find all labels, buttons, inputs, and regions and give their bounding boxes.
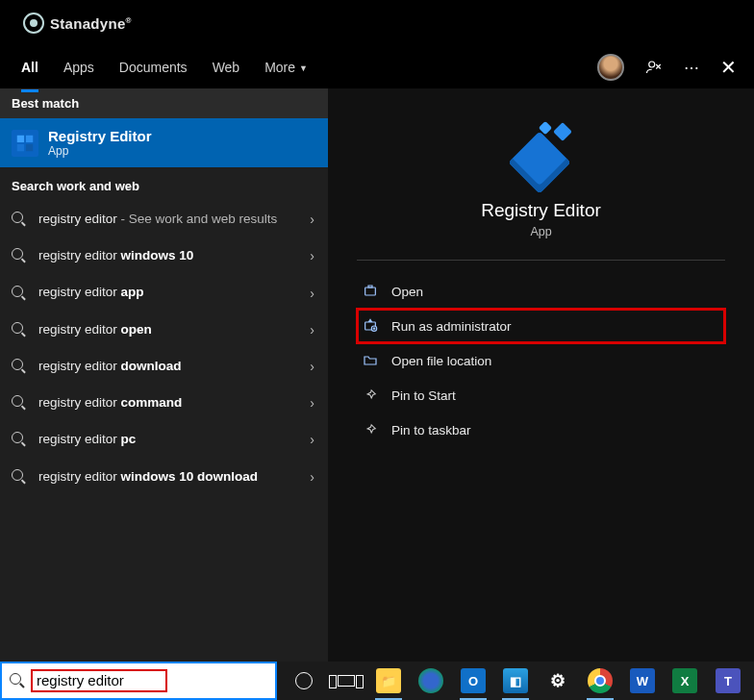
search-scope-tabs: All Apps Documents Web More▼ ⋯ ✕ [0,46,754,88]
taskbar-edge[interactable] [412,662,450,700]
brand-name: Stanadyne® [50,15,132,32]
web-suggestion[interactable]: registry editor command › [0,385,328,421]
folder-icon [363,353,378,368]
preview-subtitle: App [328,225,754,238]
more-options-icon[interactable]: ⋯ [684,59,699,77]
action-label: Pin to Start [391,388,456,403]
chevron-right-icon: › [310,469,314,485]
preview-separator [357,260,725,261]
preview-title: Registry Editor [328,200,754,221]
svg-rect-1 [17,135,24,141]
chevron-down-icon: ▼ [299,63,308,73]
suggestion-text: registry editor download [38,358,209,375]
tab-documents[interactable]: Documents [119,54,188,81]
svg-rect-3 [17,143,24,150]
search-box[interactable] [0,662,277,700]
svg-point-0 [649,62,655,67]
title-bar: Stanadyne® [0,0,754,46]
web-suggestion[interactable]: registry editor windows 10 › [0,238,328,274]
admin-icon [363,318,378,334]
action-open[interactable]: Open [357,274,725,309]
chevron-right-icon: › [310,248,314,263]
feedback-icon[interactable] [645,59,663,76]
results-left-panel: Best match Registry Editor App Search wo… [0,88,328,662]
svg-rect-5 [365,288,376,295]
search-icon [12,469,27,485]
web-suggestion[interactable]: registry editor - See work and web resul… [0,201,328,238]
taskbar-outlook[interactable]: O [454,662,492,700]
chevron-right-icon: › [310,322,314,338]
search-input[interactable] [37,672,162,688]
brand-logo-icon [23,12,44,34]
tab-more[interactable]: More▼ [264,54,308,81]
chevron-right-icon: › [310,212,314,227]
search-icon [12,322,27,338]
suggestion-text: registry editor command [38,394,209,412]
tab-apps[interactable]: Apps [63,54,94,81]
open-icon [363,284,378,299]
best-match-title: Registry Editor [48,128,152,144]
search-icon [12,248,27,263]
chevron-right-icon: › [310,359,314,374]
pin-task-icon [363,422,378,438]
search-icon [12,395,27,411]
search-results-panels: Best match Registry Editor App Search wo… [0,88,754,662]
suggestion-text: registry editor app [38,284,171,301]
action-label: Pin to taskbar [391,423,471,438]
action-admin[interactable]: Run as administrator [357,309,725,343]
taskbar-word[interactable]: W [623,662,662,700]
best-match-result[interactable]: Registry Editor App [0,118,328,167]
taskbar-settings[interactable]: ⚙ [539,662,577,700]
web-suggestion[interactable]: registry editor open › [0,312,328,348]
taskbar-viewer[interactable]: ◧ [496,662,535,700]
taskbar-teams[interactable]: T [708,662,746,700]
web-suggestion[interactable]: registry editor pc › [0,421,328,458]
user-avatar[interactable] [597,54,624,81]
taskbar-excel[interactable]: X [666,662,704,700]
search-icon [12,286,27,301]
tab-web[interactable]: Web [213,54,240,81]
chevron-right-icon: › [310,395,314,411]
registry-editor-large-icon [508,123,575,190]
action-pin-task[interactable]: Pin to taskbar [357,412,725,447]
taskbar-cortana[interactable] [285,662,323,700]
search-icon [10,673,25,688]
preview-actions: Open Run as administrator Open file loca… [328,274,754,447]
action-label: Open file location [391,354,491,368]
work-web-header: Search work and web [0,167,328,201]
search-icon [12,432,27,447]
suggestion-text: registry editor windows 10 download [38,468,285,486]
taskbar-chrome[interactable] [581,662,619,700]
web-suggestions-list: registry editor - See work and web resul… [0,201,328,662]
chevron-right-icon: › [310,286,314,301]
action-label: Open [391,285,423,299]
web-suggestion[interactable]: registry editor app › [0,274,328,311]
chevron-right-icon: › [310,432,314,447]
suggestion-text: registry editor pc [38,431,163,448]
suggestion-text: registry editor windows 10 [38,247,220,264]
result-preview-panel: Registry Editor App Open Run as administ… [328,88,754,662]
best-match-subtitle: App [48,144,152,158]
action-label: Run as administrator [391,319,512,334]
close-icon[interactable]: ✕ [720,56,737,79]
best-match-header: Best match [0,88,328,118]
taskbar-explorer[interactable]: 📁 [369,662,408,700]
search-icon [12,212,27,227]
suggestion-text: registry editor open [38,321,179,338]
header-actions: ⋯ ✕ [597,46,737,88]
preview-icon-wrap: Registry Editor App [328,123,754,238]
action-folder[interactable]: Open file location [357,343,725,378]
bottom-bar: 📁O◧⚙WXT [0,662,754,700]
pin-start-icon [363,388,378,403]
search-icon [12,359,27,374]
suggestion-text: registry editor - See work and web resul… [38,211,304,228]
svg-rect-4 [26,143,33,150]
search-input-highlight [33,671,165,690]
taskbar-taskview[interactable] [327,662,365,700]
taskbar: 📁O◧⚙WXT [277,662,754,700]
tab-all[interactable]: All [21,54,38,81]
web-suggestion[interactable]: registry editor windows 10 download › [0,459,328,495]
action-pin-start[interactable]: Pin to Start [357,378,725,412]
web-suggestion[interactable]: registry editor download › [0,348,328,385]
registry-editor-icon [12,130,38,157]
